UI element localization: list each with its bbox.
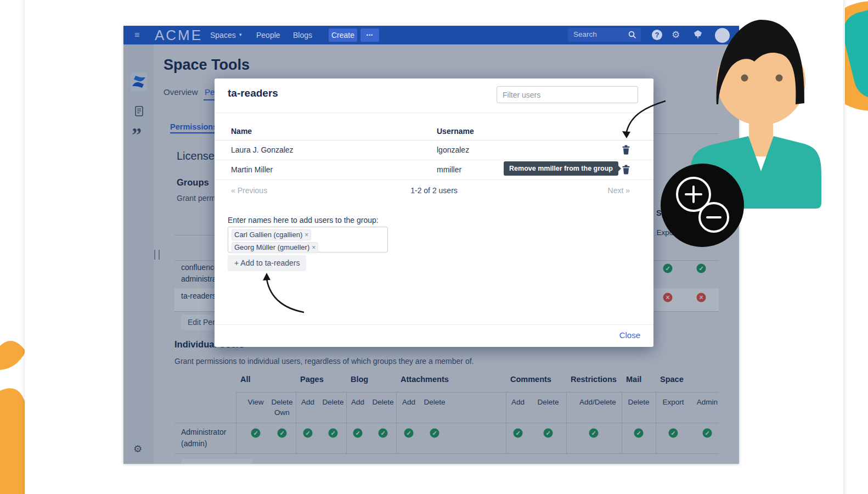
- remove-chip-icon[interactable]: ×: [305, 231, 308, 239]
- selected-user-chip: Georg Müller (gmueller)×: [232, 242, 318, 253]
- person-eye-right: [776, 75, 783, 82]
- zoom-badge: [661, 164, 744, 247]
- acme-logo[interactable]: ACME: [155, 27, 202, 44]
- more-button[interactable]: •••: [360, 29, 379, 42]
- filter-users-input[interactable]: [497, 86, 638, 103]
- selected-user-chip: Carl Gallien (cgallien)×: [232, 229, 311, 240]
- trash-icon[interactable]: [622, 165, 632, 175]
- screenshot-canvas: { "colors": { "nav_bg": "#1C4DA8", "nav_…: [0, 0, 868, 494]
- add-users-label: Enter names here to add users to the gro…: [228, 216, 379, 224]
- search-icon[interactable]: [628, 31, 636, 38]
- dialog-footer-divider: [215, 324, 653, 325]
- search-input[interactable]: Search: [568, 28, 641, 42]
- pagination-next[interactable]: Next »: [608, 186, 630, 195]
- dialog-title: ta-readers: [228, 87, 278, 99]
- nav-item-spaces[interactable]: Spaces: [210, 31, 236, 40]
- create-button[interactable]: Create: [329, 29, 357, 42]
- pagination-status: 1-2 of 2 users: [215, 186, 653, 195]
- user-picker-input[interactable]: Carl Gallien (cgallien)×Georg Müller (gm…: [228, 227, 388, 252]
- remove-chip-icon[interactable]: ×: [312, 244, 315, 251]
- menu-icon[interactable]: ≡: [134, 31, 139, 40]
- member-name: Laura J. Gonzalez: [231, 145, 294, 154]
- nav-item-blogs[interactable]: Blogs: [293, 31, 312, 40]
- group-members-dialog: ta-readers Name Username Laura J. Gonzal…: [215, 78, 653, 347]
- trash-icon[interactable]: [622, 145, 632, 155]
- column-header-name: Name: [231, 127, 252, 136]
- add-to-group-button[interactable]: + Add to ta-readers: [228, 255, 306, 271]
- nav-item-people[interactable]: People: [256, 31, 280, 40]
- search-placeholder: Search: [573, 30, 597, 38]
- close-button[interactable]: Close: [619, 330, 640, 340]
- member-username: lgonzalez: [437, 145, 469, 154]
- member-name: Martin Miller: [231, 165, 273, 174]
- member-row: Laura J. Gonzalezlgonzalez: [215, 140, 653, 160]
- chevron-down-icon: ▾: [239, 32, 242, 37]
- member-username: mmiller: [437, 165, 461, 174]
- dialog-divider: [215, 113, 653, 113]
- top-navbar: ≡ ACME Spaces ▾ People Blogs Create ••• …: [123, 26, 739, 44]
- remove-user-tooltip: Remove mmiller from the group: [504, 161, 618, 176]
- person-eye-left: [741, 75, 748, 82]
- column-header-username: Username: [437, 127, 474, 136]
